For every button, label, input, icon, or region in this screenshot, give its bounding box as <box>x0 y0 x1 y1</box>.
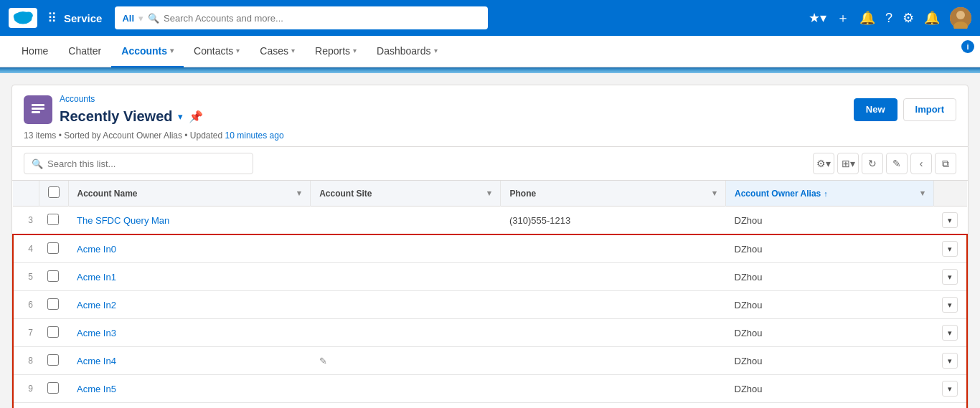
list-subtitle: 13 items • Sorted by Account Owner Alias… <box>24 131 956 146</box>
account-name-cell: Acme In3 <box>68 319 311 347</box>
notifications-icon[interactable]: 🔔 <box>924 10 940 26</box>
list-breadcrumb-title: Accounts Recently Viewed ▾ 📌 <box>60 94 203 125</box>
row-action-dropdown[interactable]: ▾ <box>942 212 958 228</box>
table-row: 10Acme In6DZhou▾ <box>13 403 967 409</box>
row-checkbox-cell <box>39 263 68 291</box>
row-action-dropdown[interactable]: ▾ <box>942 325 958 341</box>
new-button[interactable]: New <box>854 98 897 121</box>
row-action-dropdown[interactable]: ▾ <box>942 269 958 285</box>
account-name-link[interactable]: The SFDC Query Man <box>77 215 169 226</box>
settings-ctrl-button[interactable]: ⚙▾ <box>813 153 834 174</box>
info-circle[interactable]: i <box>961 40 974 53</box>
dashboards-chevron: ▾ <box>434 47 438 54</box>
global-search-input[interactable] <box>164 13 481 24</box>
main-content: Accounts Recently Viewed ▾ 📌 New Import … <box>0 73 980 408</box>
nav-bar: Home Chatter Accounts ▾ Contacts ▾ Cases… <box>0 36 980 67</box>
phone-cell <box>501 291 726 319</box>
account-name-link[interactable]: Acme In4 <box>77 356 116 366</box>
row-number: 9 <box>13 375 39 403</box>
grid-icon[interactable]: ⠿ <box>47 10 57 26</box>
owner-alias-cell: DZhou <box>726 207 933 235</box>
search-scope-dropdown[interactable]: All <box>122 13 134 24</box>
row-action-cell: ▾ <box>933 207 967 235</box>
nav-cases[interactable]: Cases ▾ <box>250 36 305 67</box>
row-checkbox[interactable] <box>47 214 59 225</box>
refresh-ctrl-button[interactable]: ↻ <box>862 153 883 174</box>
row-checkbox[interactable] <box>47 298 59 310</box>
user-avatar[interactable] <box>950 7 971 29</box>
import-button[interactable]: Import <box>903 98 956 121</box>
nav-reports[interactable]: Reports ▾ <box>305 36 367 67</box>
account-site-cell <box>311 234 501 263</box>
account-name-link[interactable]: Acme In2 <box>77 300 116 310</box>
owner-alias-cell: DZhou <box>726 234 933 263</box>
add-icon[interactable]: ＋ <box>837 9 849 27</box>
phone-filter-icon: ▾ <box>712 189 717 198</box>
row-action-dropdown[interactable]: ▾ <box>942 353 958 369</box>
search-divider: ▾ <box>138 13 143 24</box>
search-icon: 🔍 <box>148 13 159 24</box>
filter-ctrl-button[interactable]: ⧉ <box>935 153 956 174</box>
sort-asc-icon: ↑ <box>824 189 828 198</box>
th-account-owner-alias[interactable]: Account Owner Alias ↑ ▾ <box>726 181 933 207</box>
table-row: 9Acme In5DZhou▾ <box>13 375 967 403</box>
account-name-link[interactable]: Acme In1 <box>77 272 116 283</box>
list-search-input[interactable] <box>47 158 245 169</box>
list-header-actions: New Import <box>854 98 956 121</box>
row-checkbox[interactable] <box>47 242 59 254</box>
accounts-chevron: ▾ <box>170 47 174 54</box>
account-name-cell: Acme In1 <box>68 263 311 291</box>
help-icon[interactable]: ? <box>885 11 892 26</box>
nav-contacts[interactable]: Contacts ▾ <box>184 36 250 67</box>
table-row: 8Acme In4✎DZhou▾ <box>13 347 967 375</box>
row-checkbox[interactable] <box>47 270 59 282</box>
table-row: 5Acme In1DZhou▾ <box>13 263 967 291</box>
svg-rect-7 <box>32 104 44 106</box>
row-checkbox[interactable] <box>47 326 59 338</box>
row-action-dropdown[interactable]: ▾ <box>942 297 958 313</box>
row-number: 7 <box>13 319 39 347</box>
owner-alias-filter-icon: ▾ <box>920 189 925 198</box>
salesforce-logo[interactable] <box>9 8 37 28</box>
breadcrumb[interactable]: Accounts <box>60 94 203 104</box>
list-title: Recently Viewed <box>60 108 172 125</box>
account-name-link[interactable]: Acme In0 <box>77 244 116 255</box>
pin-icon[interactable]: 📌 <box>189 110 203 123</box>
phone-cell <box>501 319 726 347</box>
row-checkbox[interactable] <box>47 382 59 394</box>
select-all-checkbox[interactable] <box>48 186 60 198</box>
inline-edit-icon[interactable]: ✎ <box>319 356 327 366</box>
nav-dashboards[interactable]: Dashboards ▾ <box>367 36 448 67</box>
row-action-dropdown[interactable]: ▾ <box>942 241 958 257</box>
favorites-icon[interactable]: ★▾ <box>809 10 826 26</box>
th-phone[interactable]: Phone ▾ <box>501 181 726 207</box>
reports-chevron: ▾ <box>353 47 357 54</box>
list-header: Accounts Recently Viewed ▾ 📌 New Import … <box>11 85 969 147</box>
back-ctrl-button[interactable]: ‹ <box>910 153 932 174</box>
row-number: 4 <box>13 234 39 263</box>
settings-icon[interactable]: ⚙ <box>903 10 914 26</box>
th-checkbox[interactable] <box>39 181 68 207</box>
row-number: 10 <box>13 403 39 409</box>
columns-ctrl-button[interactable]: ⊞▾ <box>837 153 859 174</box>
account-name-link[interactable]: Acme In5 <box>77 384 116 394</box>
account-name-link[interactable]: Acme In3 <box>77 328 116 338</box>
phone-cell <box>501 375 726 403</box>
account-name-cell: Acme In2 <box>68 291 311 319</box>
nav-chatter[interactable]: Chatter <box>58 36 111 67</box>
setup-icon[interactable]: 🔔 <box>859 10 875 26</box>
account-site-filter-icon: ▾ <box>487 189 491 198</box>
th-account-name[interactable]: Account Name ▾ <box>68 181 311 207</box>
account-site-cell <box>311 375 501 403</box>
row-checkbox[interactable] <box>47 354 59 366</box>
updated-time-link[interactable]: 10 minutes ago <box>225 131 284 141</box>
row-action-dropdown[interactable]: ▾ <box>942 381 958 397</box>
accounts-table: Account Name ▾ Account Site ▾ Phone <box>11 181 969 408</box>
list-title-dropdown[interactable]: ▾ <box>178 111 183 122</box>
table-row: 3The SFDC Query Man(310)555-1213DZhou▾ <box>13 207 967 235</box>
th-account-site[interactable]: Account Site ▾ <box>311 181 501 207</box>
nav-accounts[interactable]: Accounts ▾ <box>111 36 184 67</box>
nav-home[interactable]: Home <box>11 36 58 67</box>
svg-point-3 <box>15 12 32 23</box>
edit-ctrl-button[interactable]: ✎ <box>886 153 908 174</box>
